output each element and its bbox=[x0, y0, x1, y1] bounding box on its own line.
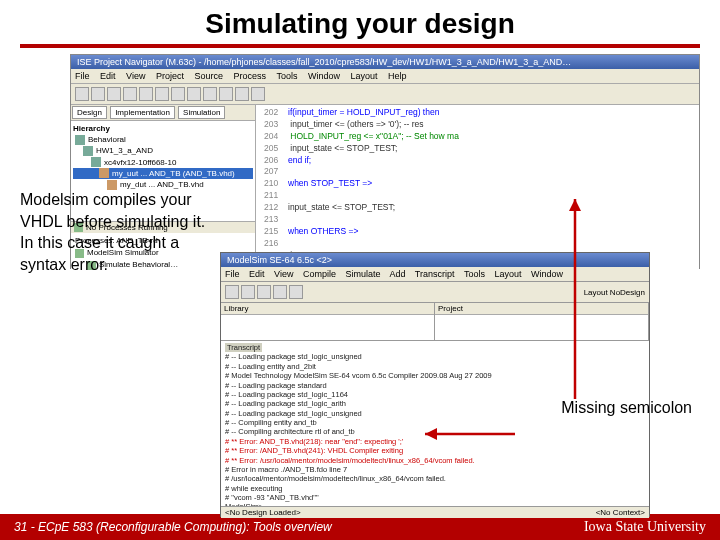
modelsim-window: ModelSim SE-64 6.5c <2> File Edit View C… bbox=[220, 252, 650, 517]
transcript-line: # while executing bbox=[225, 484, 645, 493]
code-line: 205 input_state <= STOP_TEST; bbox=[264, 143, 691, 155]
footer-left: 31 - ECpE 583 (Reconfigurable Computing)… bbox=[14, 520, 332, 534]
toolbar-button-icon[interactable] bbox=[225, 285, 239, 299]
layout-selector[interactable]: Layout NoDesign bbox=[584, 288, 645, 297]
transcript-error-line: # ** Error: /usr/local/mentor/modelsim/m… bbox=[225, 456, 645, 465]
hier-text: HW1_3_a_AND bbox=[96, 145, 153, 156]
menu-layout[interactable]: Layout bbox=[494, 269, 521, 279]
menu-transcript[interactable]: Transcript bbox=[415, 269, 455, 279]
annotation-missing-semicolon: Missing semicolon bbox=[561, 399, 692, 417]
hier-text: xc4vfx12-10ff668-10 bbox=[104, 157, 176, 168]
menu-compile[interactable]: Compile bbox=[303, 269, 336, 279]
menu-tools[interactable]: Tools bbox=[276, 71, 297, 81]
toolbar-button-icon[interactable] bbox=[241, 285, 255, 299]
transcript-line: # "vcom -93 "AND_TB.vhd"" bbox=[225, 493, 645, 502]
menu-add[interactable]: Add bbox=[390, 269, 406, 279]
annotation-line: Modelsim compiles your bbox=[20, 189, 205, 211]
code-line: 212input_state <= STOP_TEST; bbox=[264, 202, 691, 214]
arrow-up-icon bbox=[565, 199, 585, 409]
toolbar-button-icon[interactable] bbox=[219, 87, 233, 101]
toolbar-button-icon[interactable] bbox=[123, 87, 137, 101]
transcript-header: Transcript bbox=[225, 343, 262, 352]
menu-file[interactable]: File bbox=[75, 71, 90, 81]
annotation-modelsim-compiles: Modelsim compiles your VHDL before simul… bbox=[20, 189, 205, 275]
hier-item[interactable]: xc4vfx12-10ff668-10 bbox=[73, 157, 253, 168]
library-pane-header: Library bbox=[221, 303, 434, 315]
toolbar-button-icon[interactable] bbox=[203, 87, 217, 101]
title-underline bbox=[20, 44, 700, 48]
toolbar-button-icon[interactable] bbox=[171, 87, 185, 101]
menu-view[interactable]: View bbox=[126, 71, 145, 81]
hier-item[interactable]: HW1_3_a_AND bbox=[73, 145, 253, 156]
hier-item-selected[interactable]: my_uut ... AND_TB (AND_TB.vhd) bbox=[73, 168, 253, 179]
status-left: <No Design Loaded> bbox=[225, 508, 301, 517]
code-line: 206end if; bbox=[264, 155, 691, 167]
project-pane-header: Project bbox=[435, 303, 648, 315]
svg-marker-1 bbox=[569, 199, 581, 211]
hier-text: my_uut ... AND_TB (AND_TB.vhd) bbox=[112, 168, 235, 179]
arrow-left-icon bbox=[425, 426, 520, 442]
ise-code-editor[interactable]: 202if(input_timer = HOLD_INPUT_reg) then… bbox=[256, 105, 699, 273]
library-pane[interactable]: Library bbox=[221, 303, 435, 340]
annotation-line: VHDL before simulating it. bbox=[20, 211, 205, 233]
toolbar-button-icon[interactable] bbox=[139, 87, 153, 101]
transcript-error-line: # ** Error: /AND_TB.vhd(241): VHDL Compi… bbox=[225, 446, 645, 455]
status-right: <No Context> bbox=[596, 508, 645, 517]
code-line: 210when STOP_TEST => bbox=[264, 178, 691, 190]
toolbar-button-icon[interactable] bbox=[289, 285, 303, 299]
toolbar-button-icon[interactable] bbox=[91, 87, 105, 101]
ise-menubar[interactable]: File Edit View Project Source Process To… bbox=[71, 69, 699, 84]
transcript-line: # Error in macro ./AND_TB.fdo line 7 bbox=[225, 465, 645, 474]
menu-window[interactable]: Window bbox=[308, 71, 340, 81]
chip-icon bbox=[83, 146, 93, 156]
content-area: Modelsim compiles your VHDL before simul… bbox=[0, 54, 720, 494]
tab-design[interactable]: Design bbox=[72, 106, 107, 119]
menu-layout[interactable]: Layout bbox=[350, 71, 377, 81]
code-line: 216 bbox=[264, 238, 691, 250]
transcript-line: # /usr/local/mentor/modelsim/modeltech/l… bbox=[225, 474, 645, 483]
toolbar-button-icon[interactable] bbox=[257, 285, 271, 299]
annotation-line: In this case it caught a bbox=[20, 232, 205, 254]
toolbar-button-icon[interactable] bbox=[273, 285, 287, 299]
code-line: 203 input_timer <= (others => '0'); -- r… bbox=[264, 119, 691, 131]
annotation-line: syntax error. bbox=[20, 254, 205, 276]
menu-file[interactable]: File bbox=[225, 269, 240, 279]
svg-marker-3 bbox=[425, 428, 437, 440]
code-line: 215when OTHERS => bbox=[264, 226, 691, 238]
toolbar-button-icon[interactable] bbox=[251, 87, 265, 101]
menu-source[interactable]: Source bbox=[194, 71, 223, 81]
hier-item[interactable]: Behavioral bbox=[73, 134, 253, 145]
hierarchy-label: Hierarchy bbox=[73, 123, 253, 134]
slide-title: Simulating your design bbox=[0, 0, 720, 44]
footer-right: Iowa State University bbox=[584, 519, 706, 535]
code-line: 207 bbox=[264, 166, 691, 178]
hier-text: Behavioral bbox=[88, 134, 126, 145]
menu-edit[interactable]: Edit bbox=[100, 71, 116, 81]
vhdl-icon bbox=[99, 168, 109, 178]
folder-icon bbox=[75, 135, 85, 145]
code-line: 202if(input_timer = HOLD_INPUT_reg) then bbox=[264, 107, 691, 119]
toolbar-button-icon[interactable] bbox=[155, 87, 169, 101]
tab-simulation[interactable]: Simulation bbox=[178, 106, 225, 119]
toolbar-button-icon[interactable] bbox=[187, 87, 201, 101]
code-line: 204 HOLD_INPUT_reg <= x"01A"; -- Set how… bbox=[264, 131, 691, 143]
menu-project[interactable]: Project bbox=[156, 71, 184, 81]
ise-toolbar bbox=[71, 84, 699, 105]
chip-icon bbox=[91, 157, 101, 167]
menu-view[interactable]: View bbox=[274, 269, 293, 279]
menu-window[interactable]: Window bbox=[531, 269, 563, 279]
menu-edit[interactable]: Edit bbox=[249, 269, 265, 279]
modelsim-statusbar: <No Design Loaded> <No Context> bbox=[221, 506, 649, 518]
code-line: 213 bbox=[264, 214, 691, 226]
ise-titlebar: ISE Project Navigator (M.63c) - /home/ph… bbox=[71, 55, 699, 69]
menu-help[interactable]: Help bbox=[388, 71, 407, 81]
menu-tools[interactable]: Tools bbox=[464, 269, 485, 279]
tab-implementation[interactable]: Implementation bbox=[110, 106, 175, 119]
toolbar-button-icon[interactable] bbox=[107, 87, 121, 101]
menu-process[interactable]: Process bbox=[234, 71, 267, 81]
toolbar-button-icon[interactable] bbox=[235, 87, 249, 101]
menu-simulate[interactable]: Simulate bbox=[345, 269, 380, 279]
project-pane[interactable]: Project bbox=[435, 303, 649, 340]
toolbar-button-icon[interactable] bbox=[75, 87, 89, 101]
code-line: 211 bbox=[264, 190, 691, 202]
